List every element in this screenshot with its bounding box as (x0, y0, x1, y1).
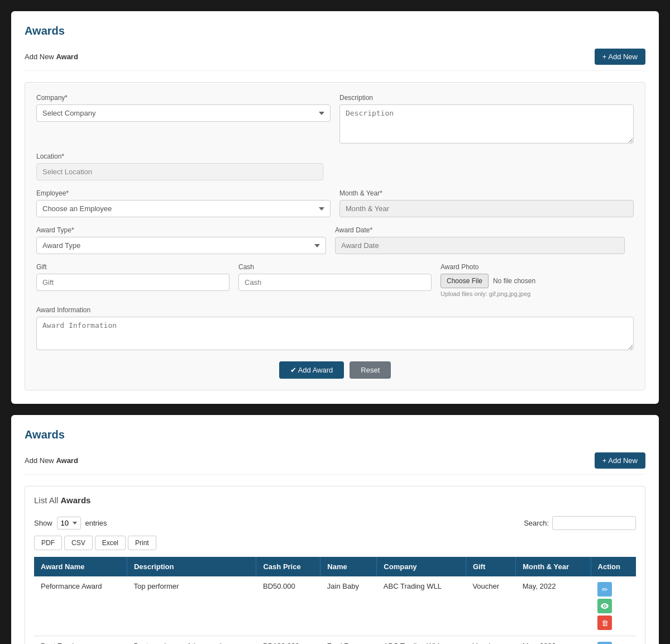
add-award-button[interactable]: ✔ Add Award (279, 361, 344, 379)
gift-group: Gift (36, 263, 229, 297)
pdf-button[interactable]: PDF (34, 536, 62, 550)
spacer-group (332, 152, 634, 180)
csv-button[interactable]: CSV (64, 536, 93, 550)
award-date-input[interactable] (335, 237, 625, 254)
col-cash-price: Cash Price (256, 557, 320, 576)
employee-select[interactable]: Choose an Employee (36, 200, 331, 217)
edit-button[interactable]: ✏ (597, 642, 612, 644)
file-hint-text: Upload files only: gif,png,jpg,jpeg (441, 290, 634, 297)
col-company: Company (377, 557, 466, 576)
gift-input[interactable] (36, 274, 229, 291)
company-select[interactable]: Select Company (36, 104, 331, 122)
description-label: Description (339, 94, 634, 102)
awards-table: Award Name Description Cash Price Name C… (34, 557, 636, 644)
cell-description: Top performer (127, 576, 256, 636)
award-photo-label: Award Photo (441, 263, 634, 271)
table-controls: Show 10 entries Search: (34, 516, 636, 530)
bottom-page-title: Awards (25, 428, 645, 441)
col-month-year: Month & Year (516, 557, 591, 576)
col-description: Description (127, 557, 256, 576)
location-label: Location* (36, 152, 323, 160)
employee-group: Employee* Choose an Employee (36, 189, 331, 217)
award-type-group: Award Type* Award Type (36, 226, 326, 254)
bottom-awards-card: Awards Add New Award + Add New List All … (11, 415, 659, 644)
company-group: Company* Select Company (36, 94, 331, 144)
cell-month-year: May, 2022 (516, 636, 591, 645)
company-label: Company* (36, 94, 331, 102)
award-info-textarea[interactable] (36, 317, 634, 350)
award-date-label: Award Date* (335, 226, 625, 234)
cell-action: ✏ 🗑 (591, 636, 636, 645)
month-year-label: Month & Year* (339, 189, 634, 197)
cash-input[interactable] (238, 274, 432, 291)
search-control: Search: (524, 516, 636, 530)
add-new-section-label: Add New Award (25, 53, 78, 61)
cell-month-year: May, 2022 (516, 576, 591, 636)
bottom-section-header: Add New Award + Add New (25, 452, 645, 475)
cell-gift: Voucher (466, 576, 515, 636)
file-upload-area: Choose File No file chosen (441, 274, 634, 288)
action-buttons-group: ✏ 🗑 (597, 582, 629, 630)
form-row-1: Company* Select Company Description (36, 94, 634, 144)
form-row-5: Gift Cash Award Photo Choose File No fil… (36, 263, 634, 297)
entries-select[interactable]: 10 (57, 517, 81, 529)
form-row-3: Employee* Choose an Employee Month & Yea… (36, 189, 634, 217)
table-row: Best Employee Best employee of the month… (34, 636, 636, 645)
list-section: List All Awards Show 10 entries Search: … (25, 486, 645, 644)
table-header-row: Award Name Description Cash Price Name C… (34, 557, 636, 576)
award-type-label: Award Type* (36, 226, 326, 234)
show-label: Show (34, 519, 52, 527)
col-action: Action (591, 557, 636, 576)
cash-group: Cash (238, 263, 432, 297)
no-file-chosen-text: No file chosen (493, 277, 535, 285)
show-entries: Show 10 entries (34, 517, 107, 529)
search-label: Search: (524, 519, 549, 527)
entries-label: entries (85, 519, 107, 527)
reset-button[interactable]: Reset (350, 361, 391, 379)
cell-award-name: Best Employee (34, 636, 127, 645)
location-group: Location* Select Location (36, 152, 323, 180)
bottom-add-new-label: Add New Award (25, 456, 78, 465)
excel-button[interactable]: Excel (95, 536, 126, 550)
top-page-title: Awards (25, 25, 645, 37)
cell-name: Jain Baby (320, 576, 377, 636)
table-row: Peformance Award Top performer BD50.000 … (34, 576, 636, 636)
award-form: Company* Select Company Description Loca… (25, 82, 645, 390)
view-button[interactable] (597, 599, 612, 613)
bottom-add-new-button[interactable]: + Add New (595, 452, 645, 469)
cell-cash-price: BD50.000 (256, 576, 320, 636)
top-awards-card: Awards Add New Award + Add New Company* … (11, 11, 659, 404)
col-name: Name (320, 557, 377, 576)
award-type-select[interactable]: Award Type (36, 237, 326, 254)
cell-company: ABC Trading WLL (377, 576, 466, 636)
award-info-label: Award Information (36, 306, 634, 314)
award-date-group: Award Date* (335, 226, 625, 254)
col-gift: Gift (466, 557, 515, 576)
cell-cash-price: BD100.000 (256, 636, 320, 645)
top-section-header: Add New Award + Add New (25, 49, 645, 71)
employee-label: Employee* (36, 189, 331, 197)
col-award-name: Award Name (34, 557, 127, 576)
description-group: Description (339, 94, 634, 144)
location-select[interactable]: Select Location (36, 163, 323, 180)
edit-button[interactable]: ✏ (597, 582, 612, 597)
form-row-6: Award Information (36, 306, 634, 350)
month-year-input[interactable] (339, 200, 634, 217)
print-button[interactable]: Print (128, 536, 156, 550)
form-row-4: Award Type* Award Type Award Date* (36, 226, 634, 254)
delete-button[interactable]: 🗑 (597, 616, 612, 630)
form-row-2: Location* Select Location (36, 152, 634, 180)
cash-label: Cash (238, 263, 432, 271)
top-add-new-button[interactable]: + Add New (595, 49, 645, 65)
month-year-group: Month & Year* (339, 189, 634, 217)
gift-label: Gift (36, 263, 229, 271)
description-textarea[interactable] (339, 104, 634, 144)
cell-company: ABC Trading WLL (377, 636, 466, 645)
search-input[interactable] (552, 516, 636, 530)
list-section-header: List All Awards (34, 495, 636, 505)
cell-action: ✏ 🗑 (591, 576, 636, 636)
cell-award-name: Peformance Award (34, 576, 127, 636)
export-buttons: PDF CSV Excel Print (34, 536, 636, 550)
choose-file-button[interactable]: Choose File (441, 274, 489, 288)
form-actions: ✔ Add Award Reset (36, 361, 634, 379)
